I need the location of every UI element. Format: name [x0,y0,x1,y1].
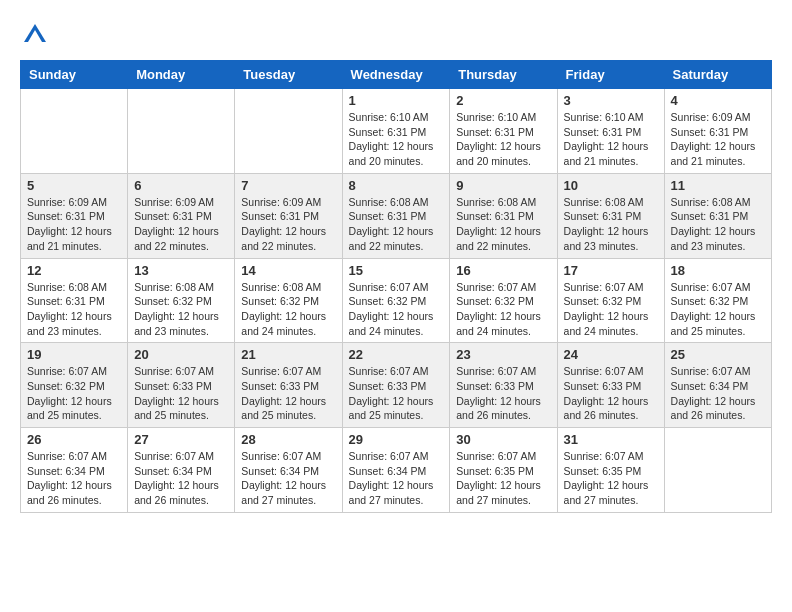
calendar-cell: 11Sunrise: 6:08 AM Sunset: 6:31 PM Dayli… [664,173,771,258]
day-number: 28 [241,432,335,447]
day-number: 11 [671,178,765,193]
day-number: 22 [349,347,444,362]
day-info: Sunrise: 6:07 AM Sunset: 6:32 PM Dayligh… [564,280,658,339]
day-info: Sunrise: 6:09 AM Sunset: 6:31 PM Dayligh… [241,195,335,254]
calendar-week-row: 19Sunrise: 6:07 AM Sunset: 6:32 PM Dayli… [21,343,772,428]
day-info: Sunrise: 6:07 AM Sunset: 6:32 PM Dayligh… [671,280,765,339]
day-info: Sunrise: 6:07 AM Sunset: 6:33 PM Dayligh… [241,364,335,423]
day-number: 27 [134,432,228,447]
day-info: Sunrise: 6:07 AM Sunset: 6:34 PM Dayligh… [671,364,765,423]
header-wednesday: Wednesday [342,61,450,89]
calendar-cell: 22Sunrise: 6:07 AM Sunset: 6:33 PM Dayli… [342,343,450,428]
calendar-cell: 31Sunrise: 6:07 AM Sunset: 6:35 PM Dayli… [557,428,664,513]
day-number: 6 [134,178,228,193]
day-number: 29 [349,432,444,447]
calendar-cell: 17Sunrise: 6:07 AM Sunset: 6:32 PM Dayli… [557,258,664,343]
calendar-cell [235,89,342,174]
calendar-cell: 23Sunrise: 6:07 AM Sunset: 6:33 PM Dayli… [450,343,557,428]
calendar-cell: 18Sunrise: 6:07 AM Sunset: 6:32 PM Dayli… [664,258,771,343]
day-info: Sunrise: 6:08 AM Sunset: 6:31 PM Dayligh… [456,195,550,254]
calendar-week-row: 12Sunrise: 6:08 AM Sunset: 6:31 PM Dayli… [21,258,772,343]
day-number: 31 [564,432,658,447]
calendar-cell: 21Sunrise: 6:07 AM Sunset: 6:33 PM Dayli… [235,343,342,428]
calendar-week-row: 5Sunrise: 6:09 AM Sunset: 6:31 PM Daylig… [21,173,772,258]
day-info: Sunrise: 6:07 AM Sunset: 6:33 PM Dayligh… [134,364,228,423]
day-info: Sunrise: 6:07 AM Sunset: 6:33 PM Dayligh… [564,364,658,423]
day-number: 7 [241,178,335,193]
calendar-cell: 9Sunrise: 6:08 AM Sunset: 6:31 PM Daylig… [450,173,557,258]
calendar-cell: 24Sunrise: 6:07 AM Sunset: 6:33 PM Dayli… [557,343,664,428]
day-number: 13 [134,263,228,278]
day-info: Sunrise: 6:07 AM Sunset: 6:33 PM Dayligh… [456,364,550,423]
calendar-cell: 8Sunrise: 6:08 AM Sunset: 6:31 PM Daylig… [342,173,450,258]
day-info: Sunrise: 6:08 AM Sunset: 6:31 PM Dayligh… [564,195,658,254]
calendar-cell: 5Sunrise: 6:09 AM Sunset: 6:31 PM Daylig… [21,173,128,258]
day-number: 12 [27,263,121,278]
day-info: Sunrise: 6:07 AM Sunset: 6:35 PM Dayligh… [456,449,550,508]
day-info: Sunrise: 6:07 AM Sunset: 6:32 PM Dayligh… [27,364,121,423]
header-sunday: Sunday [21,61,128,89]
header-monday: Monday [128,61,235,89]
day-info: Sunrise: 6:08 AM Sunset: 6:32 PM Dayligh… [241,280,335,339]
day-info: Sunrise: 6:09 AM Sunset: 6:31 PM Dayligh… [134,195,228,254]
calendar-cell: 6Sunrise: 6:09 AM Sunset: 6:31 PM Daylig… [128,173,235,258]
calendar-cell: 19Sunrise: 6:07 AM Sunset: 6:32 PM Dayli… [21,343,128,428]
calendar-cell: 10Sunrise: 6:08 AM Sunset: 6:31 PM Dayli… [557,173,664,258]
calendar-cell: 27Sunrise: 6:07 AM Sunset: 6:34 PM Dayli… [128,428,235,513]
calendar-week-row: 26Sunrise: 6:07 AM Sunset: 6:34 PM Dayli… [21,428,772,513]
day-number: 3 [564,93,658,108]
calendar-cell: 16Sunrise: 6:07 AM Sunset: 6:32 PM Dayli… [450,258,557,343]
calendar-cell: 7Sunrise: 6:09 AM Sunset: 6:31 PM Daylig… [235,173,342,258]
day-number: 25 [671,347,765,362]
day-info: Sunrise: 6:07 AM Sunset: 6:33 PM Dayligh… [349,364,444,423]
day-info: Sunrise: 6:10 AM Sunset: 6:31 PM Dayligh… [456,110,550,169]
day-number: 26 [27,432,121,447]
header-tuesday: Tuesday [235,61,342,89]
day-number: 20 [134,347,228,362]
logo [20,20,54,50]
page-header [20,20,772,50]
day-number: 23 [456,347,550,362]
calendar-cell: 30Sunrise: 6:07 AM Sunset: 6:35 PM Dayli… [450,428,557,513]
day-number: 5 [27,178,121,193]
day-info: Sunrise: 6:08 AM Sunset: 6:31 PM Dayligh… [671,195,765,254]
day-info: Sunrise: 6:08 AM Sunset: 6:31 PM Dayligh… [349,195,444,254]
calendar-cell: 13Sunrise: 6:08 AM Sunset: 6:32 PM Dayli… [128,258,235,343]
day-info: Sunrise: 6:07 AM Sunset: 6:34 PM Dayligh… [349,449,444,508]
calendar-cell [21,89,128,174]
calendar-cell: 20Sunrise: 6:07 AM Sunset: 6:33 PM Dayli… [128,343,235,428]
calendar-table: SundayMondayTuesdayWednesdayThursdayFrid… [20,60,772,513]
calendar-cell: 26Sunrise: 6:07 AM Sunset: 6:34 PM Dayli… [21,428,128,513]
day-number: 1 [349,93,444,108]
calendar-cell: 28Sunrise: 6:07 AM Sunset: 6:34 PM Dayli… [235,428,342,513]
day-number: 30 [456,432,550,447]
calendar-cell: 1Sunrise: 6:10 AM Sunset: 6:31 PM Daylig… [342,89,450,174]
calendar-cell: 12Sunrise: 6:08 AM Sunset: 6:31 PM Dayli… [21,258,128,343]
day-number: 17 [564,263,658,278]
day-number: 14 [241,263,335,278]
calendar-cell: 14Sunrise: 6:08 AM Sunset: 6:32 PM Dayli… [235,258,342,343]
calendar-cell: 2Sunrise: 6:10 AM Sunset: 6:31 PM Daylig… [450,89,557,174]
day-info: Sunrise: 6:08 AM Sunset: 6:31 PM Dayligh… [27,280,121,339]
day-number: 10 [564,178,658,193]
calendar-week-row: 1Sunrise: 6:10 AM Sunset: 6:31 PM Daylig… [21,89,772,174]
day-number: 18 [671,263,765,278]
calendar-header-row: SundayMondayTuesdayWednesdayThursdayFrid… [21,61,772,89]
day-number: 15 [349,263,444,278]
header-thursday: Thursday [450,61,557,89]
calendar-cell: 25Sunrise: 6:07 AM Sunset: 6:34 PM Dayli… [664,343,771,428]
calendar-cell: 4Sunrise: 6:09 AM Sunset: 6:31 PM Daylig… [664,89,771,174]
day-info: Sunrise: 6:08 AM Sunset: 6:32 PM Dayligh… [134,280,228,339]
day-info: Sunrise: 6:07 AM Sunset: 6:34 PM Dayligh… [27,449,121,508]
calendar-cell [664,428,771,513]
logo-icon [20,20,50,50]
day-number: 19 [27,347,121,362]
header-saturday: Saturday [664,61,771,89]
day-number: 4 [671,93,765,108]
header-friday: Friday [557,61,664,89]
calendar-cell: 15Sunrise: 6:07 AM Sunset: 6:32 PM Dayli… [342,258,450,343]
day-number: 16 [456,263,550,278]
day-info: Sunrise: 6:09 AM Sunset: 6:31 PM Dayligh… [27,195,121,254]
day-number: 2 [456,93,550,108]
day-info: Sunrise: 6:07 AM Sunset: 6:34 PM Dayligh… [241,449,335,508]
